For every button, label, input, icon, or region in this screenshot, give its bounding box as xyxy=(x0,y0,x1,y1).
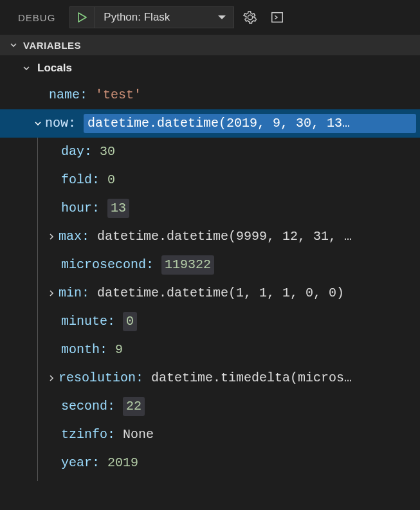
variable-row[interactable]: max: datetime.datetime(9999, 12, 31, … xyxy=(38,223,420,251)
tree-children: day: 30 fold: 0 hour: 13 max: datetime.d… xyxy=(37,138,420,481)
variable-name: resolution xyxy=(59,369,136,387)
variable-row[interactable]: tzinfo: None xyxy=(38,421,420,449)
chevron-right-icon xyxy=(44,289,59,298)
variable-row[interactable]: fold: 0 xyxy=(38,166,420,194)
variable-value: 2019 xyxy=(107,454,138,472)
chevron-down-icon xyxy=(22,64,31,73)
variable-value: 9 xyxy=(115,341,123,359)
debug-label: DEBUG xyxy=(6,12,64,23)
variable-value: 0 xyxy=(107,171,115,189)
variable-row[interactable]: second: 22 xyxy=(38,392,420,421)
variable-name: tzinfo xyxy=(61,426,107,444)
config-name: Python: Flask xyxy=(95,11,210,24)
variable-value: 0 xyxy=(123,312,137,331)
scope-title: Locals xyxy=(37,62,72,75)
section-title: VARIABLES xyxy=(23,40,81,51)
variable-row[interactable]: name: 'test' xyxy=(0,81,420,109)
variable-name: hour xyxy=(61,199,92,217)
variable-value: datetime.datetime(9999, 12, 31, … xyxy=(97,228,352,246)
variable-row[interactable]: min: datetime.datetime(1, 1, 1, 0, 0) xyxy=(38,279,420,307)
variable-row[interactable]: hour: 13 xyxy=(38,194,420,223)
variable-name: max xyxy=(59,228,82,246)
debug-console-icon[interactable] xyxy=(266,6,288,28)
variable-name: day xyxy=(61,143,84,161)
chevron-down-icon[interactable] xyxy=(210,14,233,21)
variable-value: 30 xyxy=(100,143,115,161)
variable-value: 'test' xyxy=(95,86,142,104)
variable-row[interactable]: minute: 0 xyxy=(38,307,420,336)
chevron-down-icon xyxy=(9,41,18,50)
chevron-right-icon xyxy=(44,232,59,241)
variable-row[interactable]: month: 9 xyxy=(38,336,420,364)
variable-name: month xyxy=(61,341,100,359)
play-icon[interactable] xyxy=(70,7,95,28)
variable-name: microsecond xyxy=(61,256,146,274)
variable-row-now[interactable]: now: datetime.datetime(2019, 9, 30, 13… xyxy=(0,109,420,138)
scope-locals-header[interactable]: Locals xyxy=(0,55,420,81)
chevron-down-icon xyxy=(31,119,45,128)
variable-value: datetime.datetime(2019, 9, 30, 13… xyxy=(84,114,416,133)
variable-name: name xyxy=(49,86,80,104)
variable-name: fold xyxy=(61,171,92,189)
variables-tree: name: 'test' now: datetime.datetime(2019… xyxy=(0,81,420,481)
section-variables-header[interactable]: VARIABLES xyxy=(0,35,420,55)
variable-name: second xyxy=(61,397,107,415)
gear-icon[interactable] xyxy=(239,6,261,28)
variable-value: datetime.datetime(1, 1, 1, 0, 0) xyxy=(97,284,344,302)
variable-name: now xyxy=(45,114,68,132)
variable-name: min xyxy=(59,284,82,302)
variable-name: minute xyxy=(61,313,107,331)
variable-row[interactable]: year: 2019 xyxy=(38,449,420,477)
chevron-right-icon xyxy=(44,374,59,383)
variable-value: 13 xyxy=(107,199,129,218)
variable-name: year xyxy=(61,454,92,472)
variable-row[interactable]: resolution: datetime.timedelta(micros… xyxy=(38,364,420,392)
variable-value: 22 xyxy=(123,397,145,416)
debug-config-selector[interactable]: Python: Flask xyxy=(69,6,234,28)
variable-value: 119322 xyxy=(161,255,214,275)
debug-toolbar: DEBUG Python: Flask xyxy=(0,0,420,35)
variable-row[interactable]: microsecond: 119322 xyxy=(38,251,420,279)
variable-row[interactable]: day: 30 xyxy=(38,138,420,166)
variable-value: datetime.timedelta(micros… xyxy=(151,369,352,387)
variable-value: None xyxy=(123,426,154,444)
